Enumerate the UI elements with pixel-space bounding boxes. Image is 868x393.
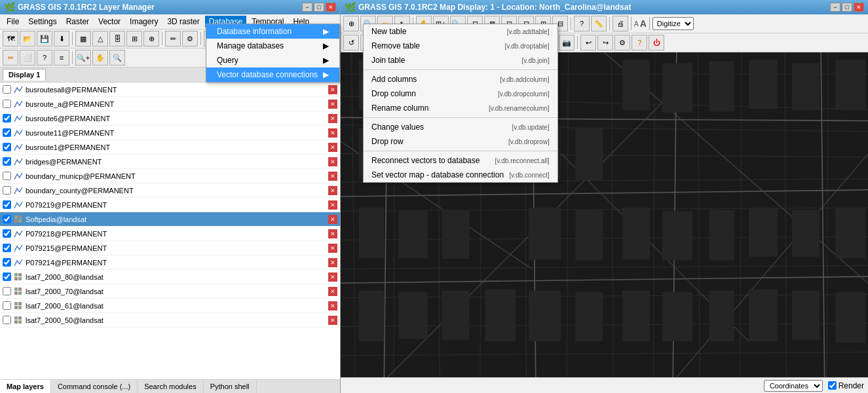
query-btn[interactable]: ?: [37, 50, 52, 66]
db-menu-manage[interactable]: Manage databases ▶: [206, 39, 339, 53]
map-pointer-btn[interactable]: ⊕: [343, 16, 359, 31]
map-maximize-btn[interactable]: □: [842, 3, 852, 12]
map-help-btn[interactable]: ?: [632, 35, 647, 50]
layer-item[interactable]: busroute11@PERMANENT✕: [0, 126, 340, 140]
layer-item[interactable]: lsat7_2000_61@landsat✕: [0, 299, 340, 313]
zoom-in-btn[interactable]: 🔍+: [75, 50, 91, 66]
map-query-btn[interactable]: ?: [574, 16, 590, 31]
layer-remove-btn[interactable]: ✕: [328, 157, 337, 166]
layer-checkbox[interactable]: [3, 200, 11, 209]
tab-python-shell[interactable]: Python shell: [204, 380, 257, 393]
select-btn[interactable]: ⬜: [20, 50, 35, 66]
layer-item[interactable]: lsat7_2000_80@landsat✕: [0, 270, 340, 284]
menu-vector[interactable]: Vector: [94, 16, 124, 28]
layer-checkbox[interactable]: [3, 258, 11, 267]
layer-remove-btn[interactable]: ✕: [328, 301, 337, 310]
submenu-change-values[interactable]: Change values [v.db.update]: [364, 120, 557, 134]
db-btn[interactable]: 🗄: [109, 31, 125, 47]
db-menu-query[interactable]: Query ▶: [206, 53, 339, 67]
submenu-new-table[interactable]: New table [v.db.addtable]: [364, 24, 557, 39]
menu-settings[interactable]: Settings: [24, 16, 60, 28]
layer-checkbox[interactable]: [3, 301, 11, 310]
tab-map-layers[interactable]: Map layers: [0, 380, 51, 393]
tab-search-modules[interactable]: Search modules: [138, 380, 204, 393]
layer-item[interactable]: boundary_county@PERMANENT✕: [0, 183, 340, 198]
layer-item[interactable]: P079214@PERMANENT✕: [0, 255, 340, 270]
layer-item[interactable]: busroute1@PERMANENT✕: [0, 140, 340, 155]
open-btn[interactable]: 📂: [20, 31, 35, 47]
layer-remove-btn[interactable]: ✕: [328, 114, 337, 123]
layer-checkbox[interactable]: [3, 316, 11, 324]
layer-remove-btn[interactable]: ✕: [328, 143, 337, 152]
layer-checkbox[interactable]: [3, 287, 11, 295]
layer-item[interactable]: bridges@PERMANENT✕: [0, 155, 340, 169]
layer-item[interactable]: lsat7_2000_50@landsat✕: [0, 313, 340, 328]
save-btn[interactable]: 💾: [37, 31, 52, 47]
layer-item[interactable]: Softpedia@landsat✕: [0, 212, 340, 227]
database-dropdown[interactable]: Database information ▶ Manage databases …: [206, 24, 340, 83]
layer-checkbox[interactable]: [3, 215, 11, 223]
map-close-btn[interactable]: ✕: [854, 3, 864, 12]
edit-btn[interactable]: ✏: [165, 31, 181, 47]
layer-checkbox[interactable]: [3, 157, 11, 166]
tab-command-console[interactable]: Command console (...): [51, 380, 138, 393]
layer-remove-btn[interactable]: ✕: [328, 128, 337, 138]
layer-remove-btn[interactable]: ✕: [328, 215, 337, 224]
submenu-remove-table[interactable]: Remove table [v.db.droptable]: [364, 39, 557, 53]
vector-db-submenu[interactable]: New table [v.db.addtable] Remove table […: [363, 24, 558, 183]
layer-item[interactable]: P079219@PERMANENT✕: [0, 198, 340, 212]
layer-checkbox[interactable]: [3, 186, 11, 195]
props-btn[interactable]: ⚙: [182, 31, 198, 47]
layer-checkbox[interactable]: [3, 85, 11, 94]
maximize-btn[interactable]: □: [314, 3, 324, 12]
layer-item[interactable]: lsat7_2000_70@landsat✕: [0, 284, 340, 299]
display-tab-1[interactable]: Display 1: [3, 69, 46, 81]
new-map-btn[interactable]: 🗺: [3, 31, 18, 47]
digitize-select[interactable]: Digitize: [652, 17, 694, 30]
submenu-drop-row[interactable]: Drop row [v.db.droprow]: [364, 134, 557, 149]
layer-checkbox[interactable]: [3, 128, 11, 137]
map-measure-btn[interactable]: 📏: [591, 16, 607, 31]
submenu-join-table[interactable]: Join table [v.db.join]: [364, 53, 557, 67]
zoom-out-btn[interactable]: 🔍: [109, 50, 125, 66]
map-undo-btn[interactable]: ↩: [580, 35, 596, 50]
attr-btn[interactable]: ≡: [54, 50, 69, 66]
menu-imagery[interactable]: Imagery: [126, 16, 162, 28]
layer-remove-btn[interactable]: ✕: [328, 316, 337, 325]
layer-checkbox[interactable]: [3, 272, 11, 281]
db-menu-database-info[interactable]: Database information ▶: [206, 24, 339, 39]
layer-remove-btn[interactable]: ✕: [328, 287, 337, 296]
menu-3draster[interactable]: 3D raster: [163, 16, 203, 28]
layer-checkbox[interactable]: [3, 100, 11, 108]
submenu-add-columns[interactable]: Add columns [v.db.addcolumn]: [364, 72, 557, 86]
layer-remove-btn[interactable]: ✕: [328, 229, 337, 238]
layer-remove-btn[interactable]: ✕: [328, 272, 337, 282]
layer-item[interactable]: busroutesall@PERMANENT✕: [0, 83, 340, 97]
menu-file[interactable]: File: [3, 16, 23, 28]
raster-btn[interactable]: ▦: [75, 31, 91, 47]
layer-remove-btn[interactable]: ✕: [328, 200, 337, 210]
map-cog-btn[interactable]: ⚙: [614, 35, 630, 50]
layer-item[interactable]: P079218@PERMANENT✕: [0, 227, 340, 241]
render-checkbox[interactable]: [828, 381, 837, 390]
layer-checkbox[interactable]: [3, 172, 11, 180]
layer-item[interactable]: busroute_a@PERMANENT✕: [0, 97, 340, 111]
map-camera-btn[interactable]: 📷: [559, 35, 575, 50]
layer-checkbox[interactable]: [3, 244, 11, 252]
pencil-btn[interactable]: ✏: [3, 50, 18, 66]
map-print-btn[interactable]: 🖨: [613, 16, 628, 31]
submenu-reconnect[interactable]: Reconnect vectors to database [v.db.reco…: [364, 153, 557, 168]
group-btn[interactable]: ⊞: [126, 31, 142, 47]
map-power-btn[interactable]: ⏻: [649, 35, 664, 50]
layer-item[interactable]: P079215@PERMANENT✕: [0, 241, 340, 255]
submenu-set-vector-map[interactable]: Set vector map - database connection [v.…: [364, 168, 557, 182]
menu-raster[interactable]: Raster: [62, 16, 93, 28]
overlay-btn[interactable]: ⊕: [143, 31, 159, 47]
layer-checkbox[interactable]: [3, 114, 11, 122]
map-minimize-btn[interactable]: −: [830, 3, 840, 12]
layer-checkbox[interactable]: [3, 143, 11, 151]
close-btn[interactable]: ✕: [326, 3, 336, 12]
coordinates-select[interactable]: Coordinates: [764, 380, 823, 392]
layer-remove-btn[interactable]: ✕: [328, 100, 337, 109]
layer-remove-btn[interactable]: ✕: [328, 244, 337, 253]
